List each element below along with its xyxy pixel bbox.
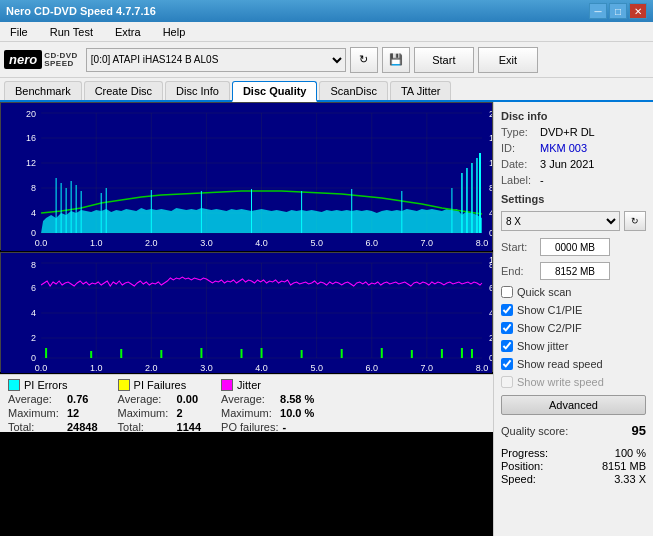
charts-section: 0 4 8 12 16 20 0 4 8 12 16 20 0.0 1.0 2.… bbox=[0, 102, 493, 536]
pi-errors-total-label: Total: bbox=[8, 421, 63, 433]
svg-text:6.0: 6.0 bbox=[365, 238, 378, 248]
start-label: Start: bbox=[501, 241, 536, 253]
progress-value: 100 % bbox=[615, 447, 646, 459]
show-jitter-checkbox[interactable] bbox=[501, 340, 513, 352]
tabs-bar: Benchmark Create Disc Disc Info Disc Qua… bbox=[0, 78, 653, 102]
svg-text:8.0: 8.0 bbox=[476, 363, 489, 373]
jitter-po-value: - bbox=[283, 421, 287, 433]
pi-errors-avg-value: 0.76 bbox=[67, 393, 88, 405]
svg-text:3.0: 3.0 bbox=[200, 238, 213, 248]
exit-button[interactable]: Exit bbox=[478, 47, 538, 73]
tab-tajitter[interactable]: TA Jitter bbox=[390, 81, 452, 100]
disc-label-row: Label: - bbox=[501, 174, 646, 186]
advanced-button[interactable]: Advanced bbox=[501, 395, 646, 415]
pi-failures-avg-label: Average: bbox=[118, 393, 173, 405]
quality-score-value: 95 bbox=[632, 423, 646, 438]
svg-text:4: 4 bbox=[489, 308, 492, 318]
svg-text:5.0: 5.0 bbox=[310, 238, 323, 248]
svg-text:2: 2 bbox=[31, 333, 36, 343]
svg-text:2: 2 bbox=[489, 333, 492, 343]
svg-text:6: 6 bbox=[31, 283, 36, 293]
disc-id-label: ID: bbox=[501, 142, 536, 154]
tab-discinfo[interactable]: Disc Info bbox=[165, 81, 230, 100]
tab-createdisc[interactable]: Create Disc bbox=[84, 81, 163, 100]
show-c1pie-label: Show C1/PIE bbox=[517, 304, 582, 316]
tab-discquality[interactable]: Disc Quality bbox=[232, 81, 318, 102]
quick-scan-checkbox[interactable] bbox=[501, 286, 513, 298]
legend-area: PI Errors Average: 0.76 Maximum: 12 Tota… bbox=[0, 374, 493, 432]
window-controls: ─ □ ✕ bbox=[589, 3, 647, 19]
svg-text:4: 4 bbox=[31, 208, 36, 218]
minimize-button[interactable]: ─ bbox=[589, 3, 607, 19]
show-writespeed-checkbox[interactable] bbox=[501, 376, 513, 388]
menu-runtest[interactable]: Run Test bbox=[44, 24, 99, 40]
start-input[interactable] bbox=[540, 238, 610, 256]
disc-id-value: MKM 003 bbox=[540, 142, 587, 154]
settings-title: Settings bbox=[501, 193, 646, 205]
refresh-button[interactable]: ↻ bbox=[350, 47, 378, 73]
settings-refresh-button[interactable]: ↻ bbox=[624, 211, 646, 231]
quick-scan-row: Quick scan bbox=[501, 286, 646, 298]
disc-date-row: Date: 3 Jun 2021 bbox=[501, 158, 646, 170]
pi-errors-total-value: 24848 bbox=[67, 421, 98, 433]
jitter-max-value: 10.0 % bbox=[280, 407, 314, 419]
svg-text:8: 8 bbox=[31, 183, 36, 193]
svg-text:2.0: 2.0 bbox=[145, 363, 158, 373]
svg-text:12: 12 bbox=[489, 158, 492, 168]
show-jitter-label: Show jitter bbox=[517, 340, 568, 352]
show-c2pif-label: Show C2/PIF bbox=[517, 322, 582, 334]
drive-select[interactable]: [0:0] ATAPI iHAS124 B AL0S bbox=[86, 48, 346, 72]
quick-scan-label: Quick scan bbox=[517, 286, 571, 298]
menu-help[interactable]: Help bbox=[157, 24, 192, 40]
show-c2pif-checkbox[interactable] bbox=[501, 322, 513, 334]
svg-text:4: 4 bbox=[31, 308, 36, 318]
menu-extra[interactable]: Extra bbox=[109, 24, 147, 40]
close-button[interactable]: ✕ bbox=[629, 3, 647, 19]
show-jitter-row: Show jitter bbox=[501, 340, 646, 352]
progress-section: Progress: 100 % Position: 8151 MB Speed:… bbox=[501, 446, 646, 486]
chart-top-svg: 0 4 8 12 16 20 0 4 8 12 16 20 0.0 1.0 2.… bbox=[1, 103, 492, 251]
svg-text:6: 6 bbox=[489, 283, 492, 293]
position-value: 8151 MB bbox=[602, 460, 646, 472]
end-label: End: bbox=[501, 265, 536, 277]
svg-text:0: 0 bbox=[31, 228, 36, 238]
svg-marker-35 bbox=[41, 208, 482, 233]
speed-select[interactable]: 8 X bbox=[501, 211, 620, 231]
pi-errors-max-label: Maximum: bbox=[8, 407, 63, 419]
pi-errors-label: PI Errors bbox=[24, 379, 67, 391]
end-mb-row: End: bbox=[501, 262, 646, 280]
svg-text:4.0: 4.0 bbox=[255, 363, 268, 373]
save-button[interactable]: 💾 bbox=[382, 47, 410, 73]
toolbar: nero CD·DVDSPEED [0:0] ATAPI iHAS124 B A… bbox=[0, 42, 653, 78]
speed-value: 3.33 X bbox=[614, 473, 646, 485]
disc-info-title: Disc info bbox=[501, 110, 646, 122]
right-panel: Disc info Type: DVD+R DL ID: MKM 003 Dat… bbox=[493, 102, 653, 536]
pi-failures-avg-value: 0.00 bbox=[177, 393, 198, 405]
svg-text:0: 0 bbox=[489, 228, 492, 238]
tab-benchmark[interactable]: Benchmark bbox=[4, 81, 82, 100]
svg-text:0: 0 bbox=[489, 353, 492, 363]
end-input[interactable] bbox=[540, 262, 610, 280]
svg-text:0.0: 0.0 bbox=[35, 363, 48, 373]
jitter-max-label: Maximum: bbox=[221, 407, 276, 419]
disc-type-label: Type: bbox=[501, 126, 536, 138]
nero-logo: nero CD·DVDSPEED bbox=[4, 50, 78, 69]
pi-failures-max-label: Maximum: bbox=[118, 407, 173, 419]
main-content: 0 4 8 12 16 20 0 4 8 12 16 20 0.0 1.0 2.… bbox=[0, 102, 653, 536]
legend-pi-failures: PI Failures Average: 0.00 Maximum: 2 Tot… bbox=[118, 379, 201, 428]
position-row: Position: 8151 MB bbox=[501, 460, 646, 472]
show-readspeed-checkbox[interactable] bbox=[501, 358, 513, 370]
svg-text:4: 4 bbox=[489, 208, 492, 218]
show-readspeed-label: Show read speed bbox=[517, 358, 603, 370]
start-button[interactable]: Start bbox=[414, 47, 474, 73]
menu-file[interactable]: File bbox=[4, 24, 34, 40]
svg-text:0.0: 0.0 bbox=[35, 238, 48, 248]
svg-text:5.0: 5.0 bbox=[310, 363, 323, 373]
pi-failures-total-label: Total: bbox=[118, 421, 173, 433]
show-c1pie-checkbox[interactable] bbox=[501, 304, 513, 316]
tab-scandisc[interactable]: ScanDisc bbox=[319, 81, 387, 100]
maximize-button[interactable]: □ bbox=[609, 3, 627, 19]
pi-failures-label: PI Failures bbox=[134, 379, 187, 391]
chart-bottom-svg: 0 2 4 6 8 0 2 4 6 8 0.0 1.0 2.0 3.0 4.0 … bbox=[1, 253, 492, 373]
svg-text:8.0: 8.0 bbox=[476, 238, 489, 248]
